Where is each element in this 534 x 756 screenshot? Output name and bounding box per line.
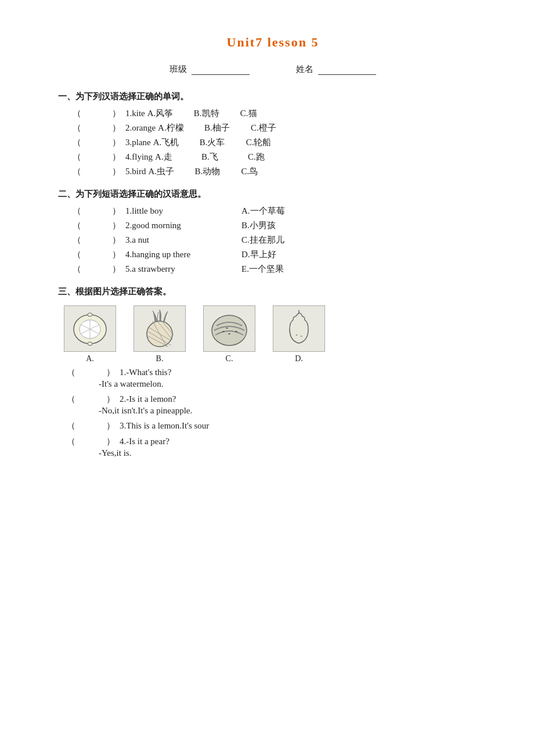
- svg-point-15: [222, 331, 225, 332]
- s1-q3: （ ） 3.plane A.飞机 B.火车 C.轮船: [58, 137, 488, 148]
- class-underline: [192, 64, 250, 75]
- image-a: A.: [64, 305, 116, 363]
- section-3: 三、根据图片选择正确答案。 A.: [58, 286, 488, 459]
- svg-point-17: [235, 331, 237, 332]
- section-2: 二、为下列短语选择正确的汉语意思。 （ ） 1.little boy A.一个草…: [58, 189, 488, 275]
- image-c: C.: [203, 305, 255, 363]
- watermelon-image: [203, 305, 255, 352]
- svg-point-21: [301, 336, 302, 337]
- s2-q1: （ ） 1.little boy A.一个草莓: [58, 206, 488, 217]
- s2-q3: （ ） 3.a nut C.挂在那儿: [58, 235, 488, 246]
- s1-q4: （ ） 4.flying A.走 B.飞 C.跑: [58, 152, 488, 163]
- image-b-label: B.: [156, 354, 164, 363]
- name-label: 姓名: [296, 64, 376, 75]
- svg-point-18: [226, 327, 228, 329]
- s2-q5: （ ） 5.a strawberry E.一个坚果: [58, 264, 488, 275]
- section-3-title: 三、根据图片选择正确答案。: [58, 286, 488, 297]
- s2-q4: （ ） 4.hanging up there D.早上好: [58, 249, 488, 260]
- s3-q3: （ ） 3.This is a lemon.It's sour: [58, 420, 488, 433]
- s3-q1: （ ） 1.-What's this? -It's a watermelon.: [58, 367, 488, 390]
- image-a-label: A.: [86, 354, 94, 363]
- lemon-image: [64, 305, 116, 352]
- s2-q2: （ ） 2.good morning B.小男孩: [58, 220, 488, 231]
- class-label: 班级: [169, 64, 250, 75]
- images-row: A.: [58, 305, 488, 363]
- s3-q4: （ ） 4.-Is it a pear? -Yes,it is.: [58, 436, 488, 459]
- svg-point-5: [88, 313, 92, 316]
- pear-image: [273, 305, 325, 352]
- s1-q2: （ ） 2.orange A.柠檬 B.柚子 C.橙子: [58, 123, 488, 134]
- s1-q1: （ ） 1.kite A.风筝 B.凯特 C.猫: [58, 108, 488, 119]
- image-d: D.: [273, 305, 325, 363]
- pineapple-image: [134, 305, 186, 352]
- name-underline: [318, 64, 376, 75]
- svg-point-16: [228, 333, 230, 334]
- image-b: B.: [134, 305, 186, 363]
- header-row: 班级 姓名: [58, 64, 488, 75]
- s1-q5: （ ） 5.bird A.虫子 B.动物 C.鸟: [58, 166, 488, 177]
- page-title: Unit7 lesson 5: [58, 35, 488, 50]
- svg-point-20: [296, 334, 298, 336]
- section-2-title: 二、为下列短语选择正确的汉语意思。: [58, 189, 488, 200]
- image-d-label: D.: [295, 354, 303, 363]
- s3-q2: （ ） 2.-Is it a lemon? -No,it isn't.It's …: [58, 394, 488, 417]
- image-c-label: C.: [226, 354, 233, 363]
- section-1-title: 一、为下列汉语选择正确的单词。: [58, 91, 488, 102]
- svg-point-6: [88, 342, 92, 345]
- section-1: 一、为下列汉语选择正确的单词。 （ ） 1.kite A.风筝 B.凯特 C.猫…: [58, 91, 488, 177]
